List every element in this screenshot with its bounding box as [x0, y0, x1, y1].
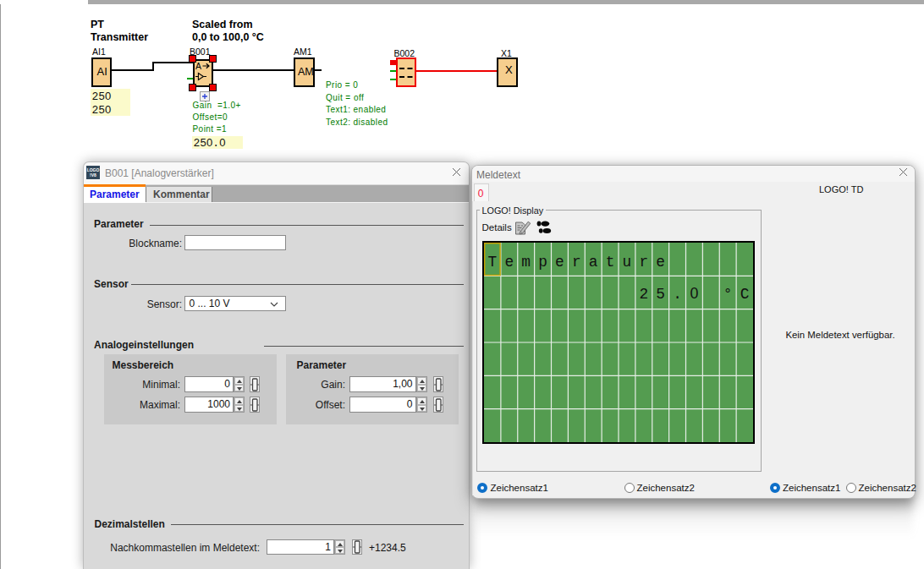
svg-text:u: u: [622, 254, 631, 271]
svg-text:A: A: [195, 61, 201, 71]
svg-text:C: C: [740, 286, 749, 303]
svg-text:m: m: [521, 254, 531, 271]
svg-text:r: r: [639, 254, 648, 271]
svg-text:0: 0: [690, 285, 698, 302]
svg-text:2: 2: [639, 286, 648, 303]
svg-text:°: °: [723, 286, 732, 303]
svg-text:t: t: [605, 254, 614, 271]
svg-text:e: e: [555, 254, 564, 271]
svg-text:e: e: [656, 254, 665, 271]
svg-text:r: r: [571, 254, 580, 271]
svg-text:a: a: [588, 254, 597, 271]
svg-text:e: e: [504, 254, 514, 271]
svg-text:p: p: [538, 254, 547, 271]
svg-text:5: 5: [656, 286, 665, 303]
svg-text:.: .: [673, 286, 682, 303]
svg-text:T: T: [487, 254, 497, 271]
